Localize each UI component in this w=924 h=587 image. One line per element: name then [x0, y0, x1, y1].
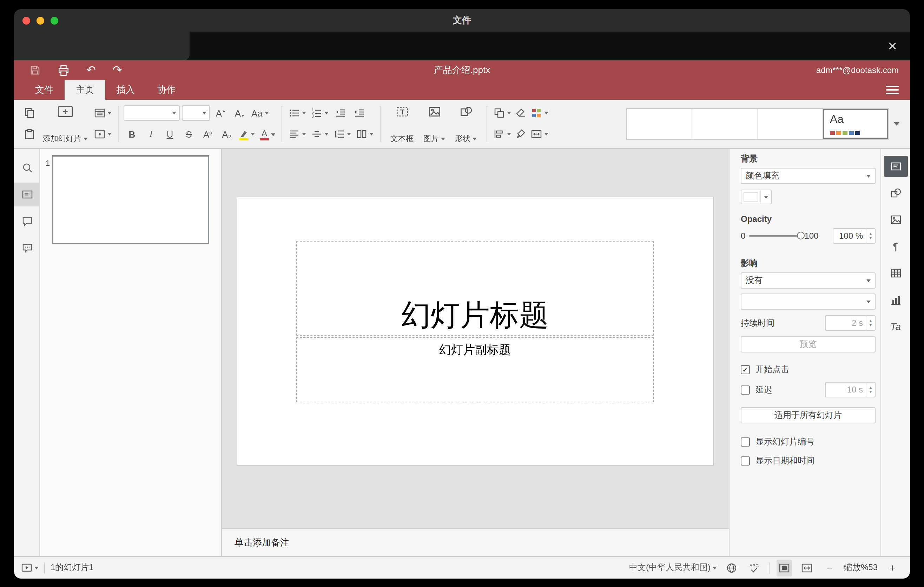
font-name-select[interactable]	[124, 106, 180, 121]
columns-button[interactable]	[355, 126, 375, 143]
save-button[interactable]	[30, 64, 41, 76]
arrange-shapes-button[interactable]	[492, 105, 513, 122]
opacity-stepper[interactable]: ▴▾	[866, 229, 875, 243]
superscript-button[interactable]: A²	[200, 126, 216, 143]
start-on-click-checkbox[interactable]: ✓ 开始点击	[741, 364, 876, 376]
copy-style-button[interactable]	[513, 126, 530, 143]
decrease-indent-button[interactable]	[332, 105, 349, 122]
table-settings-button[interactable]	[884, 262, 908, 284]
minimize-window-button[interactable]	[36, 16, 44, 24]
screen-background: 文件 × ↶ ↷ 产品介绍.pptx adm***@dootask.com 文件…	[0, 0, 924, 587]
tab-file[interactable]: 文件	[24, 80, 64, 100]
tab-collaboration[interactable]: 协作	[146, 80, 187, 100]
background-fill-select[interactable]: 颜色填充	[741, 168, 876, 184]
increase-indent-button[interactable]	[351, 105, 368, 122]
search-icon	[21, 162, 33, 173]
show-date-time-checkbox[interactable]: 显示日期和时间	[741, 455, 876, 467]
font-size-select[interactable]	[182, 106, 210, 121]
chart-settings-button[interactable]	[884, 289, 908, 310]
slide-subtitle-placeholder[interactable]: 幻灯片副标题	[296, 337, 654, 402]
apply-to-all-button[interactable]: 适用于所有幻灯片	[741, 407, 876, 424]
line-spacing-button[interactable]	[332, 126, 353, 143]
delay-stepper[interactable]: ▴▾	[866, 383, 875, 397]
slide-size-button[interactable]	[530, 126, 550, 143]
increase-font-button[interactable]: A▴	[212, 105, 229, 122]
preview-button[interactable]: 预览	[741, 336, 876, 353]
horizontal-align-button[interactable]	[287, 126, 307, 143]
zoom-in-button[interactable]: +	[885, 559, 900, 576]
zoom-window-button[interactable]	[51, 16, 58, 24]
start-slideshow-button[interactable]	[21, 559, 39, 576]
effect-option-select[interactable]	[741, 294, 876, 310]
textart-settings-button[interactable]: Ta	[884, 316, 908, 337]
underline-button[interactable]: U	[162, 126, 178, 143]
clear-style-button[interactable]	[513, 105, 530, 122]
status-bar: 1的幻灯片1 中文(中华人民共和国) ABC − 缩放%53 +	[14, 556, 910, 579]
change-layout-button[interactable]	[93, 105, 113, 122]
tab-insert[interactable]: 插入	[105, 80, 146, 100]
paste-button[interactable]	[21, 126, 38, 143]
theme-thumbnail-1[interactable]	[627, 109, 692, 139]
insert-shape-button[interactable]: 形状	[450, 100, 482, 148]
highlight-color-button[interactable]	[237, 126, 256, 143]
zoom-out-button[interactable]: −	[822, 559, 837, 576]
show-slide-number-checkbox[interactable]: 显示幻灯片编号	[741, 436, 876, 448]
spellcheck-button[interactable]: ABC	[746, 559, 762, 576]
document-language-button[interactable]	[724, 559, 739, 576]
hamburger-menu-icon[interactable]	[886, 86, 899, 94]
theme-gallery-expand-button[interactable]	[889, 108, 904, 140]
preview-slideshow-button[interactable]	[93, 126, 113, 143]
language-select[interactable]: 中文(中华人民共和国)	[629, 559, 717, 576]
notes-area[interactable]: 单击添加备注	[222, 528, 729, 556]
opacity-slider-knob[interactable]	[797, 232, 804, 239]
redo-button[interactable]: ↷	[113, 64, 122, 76]
theme-thumbnail-selected[interactable]: Aa	[823, 109, 888, 139]
color-scheme-button[interactable]	[530, 105, 550, 122]
duration-stepper[interactable]: ▴▾	[866, 316, 875, 330]
slide-settings-button[interactable]	[884, 156, 908, 177]
duration-input[interactable]: 2 s ▴▾	[825, 315, 876, 331]
slide-title-placeholder[interactable]: 幻灯片标题	[296, 241, 654, 336]
align-shapes-button[interactable]	[492, 126, 513, 143]
font-color-button[interactable]: A	[258, 126, 277, 143]
add-slide-button[interactable]: 添加幻灯片	[38, 100, 93, 148]
delay-checkbox[interactable]: 延迟	[741, 384, 772, 396]
shape-settings-button[interactable]	[884, 183, 908, 204]
bold-button[interactable]: B	[124, 126, 140, 143]
delay-input[interactable]: 10 s ▴▾	[825, 382, 876, 397]
bullets-button[interactable]	[287, 105, 307, 122]
italic-button[interactable]: I	[142, 126, 159, 143]
tab-home[interactable]: 主页	[64, 80, 105, 100]
numbering-button[interactable]: 123	[310, 105, 330, 122]
slides-panel-button[interactable]	[14, 183, 40, 206]
print-button[interactable]	[58, 64, 69, 76]
feedback-button[interactable]	[14, 236, 40, 260]
subscript-button[interactable]: A₂	[218, 126, 235, 143]
copy-button[interactable]	[21, 105, 38, 122]
color-swatch	[744, 192, 758, 201]
search-button[interactable]	[14, 156, 40, 180]
insert-image-button[interactable]: 图片	[419, 100, 450, 148]
undo-button[interactable]: ↶	[86, 64, 96, 76]
decrease-font-button[interactable]: A▾	[231, 105, 248, 122]
opacity-slider[interactable]	[749, 235, 801, 237]
slide-thumbnail-1[interactable]	[52, 155, 209, 244]
effect-select[interactable]: 没有	[741, 272, 876, 289]
close-icon[interactable]: ×	[883, 37, 901, 56]
image-settings-button[interactable]	[884, 209, 908, 230]
strikethrough-button[interactable]: S	[180, 126, 197, 143]
change-case-button[interactable]: Aa	[250, 105, 270, 122]
background-color-picker[interactable]	[741, 190, 772, 204]
theme-thumbnail-2[interactable]	[692, 109, 757, 139]
comments-button[interactable]	[14, 209, 40, 233]
opacity-input[interactable]: 100 % ▴▾	[833, 228, 876, 244]
paragraph-settings-button[interactable]: ¶	[884, 236, 908, 257]
fit-width-button[interactable]	[799, 559, 815, 576]
scheme-group	[530, 100, 550, 148]
insert-textbox-button[interactable]: T 文本框	[386, 100, 419, 148]
vertical-align-button[interactable]	[310, 126, 330, 143]
fit-slide-button[interactable]	[777, 559, 792, 576]
theme-thumbnail-3[interactable]	[757, 109, 823, 139]
close-window-button[interactable]	[23, 16, 30, 24]
slide[interactable]: 幻灯片标题 幻灯片副标题	[237, 197, 713, 465]
